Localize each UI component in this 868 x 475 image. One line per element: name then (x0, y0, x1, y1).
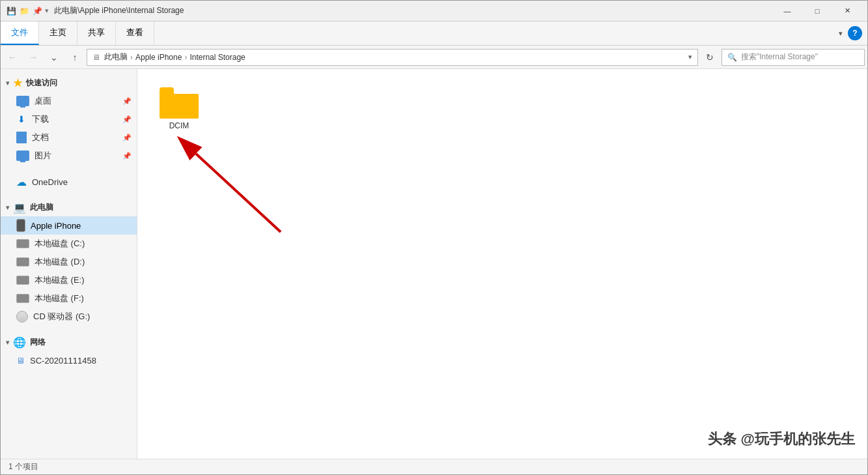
drive-c-label: 本地磁盘 (C:) (35, 238, 85, 250)
sidebar-item-apple-iphone[interactable]: Apple iPhone (1, 216, 137, 235)
network-section: ▾ 🌐 网络 🖥 SC-20201111458 (1, 328, 137, 372)
sidebar-item-onedrive[interactable]: ☁ OneDrive (1, 173, 137, 191)
sidebar-item-drive-c[interactable]: 本地磁盘 (C:) (1, 235, 137, 253)
item-count: 1 个项目 (8, 461, 38, 472)
content-area: DCIM (137, 69, 867, 459)
documents-icon (16, 132, 27, 143)
pin-icon-desktop: 📌 (122, 97, 132, 106)
drive-f-icon (16, 294, 29, 303)
help-button[interactable]: ? (848, 26, 862, 40)
sidebar-item-sc[interactable]: 🖥 SC-20201111458 (1, 351, 137, 369)
search-placeholder: 搜索"Internal Storage" (741, 51, 818, 63)
svg-line-1 (196, 154, 281, 232)
documents-label: 文档 (32, 132, 49, 143)
sidebar-item-cd-g[interactable]: CD 驱动器 (G:) (1, 308, 137, 326)
apple-iphone-label: Apple iPhone (31, 221, 81, 231)
this-computer-section: ▾ 💻 此电脑 Apple iPhone 本地磁盘 (C:) 本地磁盘 (D:) (1, 194, 137, 328)
address-bar[interactable]: 🖥 此电脑 › Apple iPhone › Internal Storage … (87, 49, 698, 66)
dcim-folder-icon (160, 87, 199, 119)
pin-icon-documents: 📌 (122, 134, 132, 142)
refresh-button[interactable]: ↻ (701, 48, 719, 66)
ribbon: 文件 主页 共享 查看 ▾ ? (1, 22, 867, 46)
sidebar-item-drive-f[interactable]: 本地磁盘 (F:) (1, 289, 137, 308)
ribbon-tab-share[interactable]: 共享 (77, 22, 116, 45)
search-box[interactable]: 🔍 搜索"Internal Storage" (721, 49, 865, 66)
sidebar-item-pictures[interactable]: 图片 📌 (1, 147, 137, 165)
network-icon-sidebar: 🌐 (13, 336, 26, 349)
cd-g-label: CD 驱动器 (G:) (33, 311, 90, 323)
pictures-label: 图片 (35, 150, 51, 162)
sidebar-item-drive-d[interactable]: 本地磁盘 (D:) (1, 253, 137, 271)
main-area: ▾ ★ 快速访问 桌面 📌 ⬇ 下载 📌 文档 📌 (1, 69, 867, 459)
ribbon-tab-view[interactable]: 查看 (116, 22, 154, 45)
sc-label: SC-20201111458 (30, 356, 96, 366)
breadcrumb-this-computer[interactable]: 此电脑 (104, 51, 128, 63)
save-icon: 💾 (6, 6, 16, 16)
dcim-folder-item[interactable]: DCIM (153, 82, 205, 136)
ribbon-collapse[interactable]: ▾ (839, 29, 843, 38)
back-button[interactable]: ← (3, 48, 21, 66)
sidebar: ▾ ★ 快速访问 桌面 📌 ⬇ 下载 📌 文档 📌 (1, 69, 137, 459)
desktop-folder-icon (16, 96, 29, 106)
drive-d-label: 本地磁盘 (D:) (35, 256, 85, 268)
drive-f-label: 本地磁盘 (F:) (35, 293, 84, 304)
desktop-label: 桌面 (35, 95, 51, 107)
network-arrow: ▾ (6, 339, 9, 346)
title-bar: 💾 📁 📌 ▾ 此电脑\Apple iPhone\Internal Storag… (1, 1, 867, 22)
quick-access-section: ▾ ★ 快速访问 桌面 📌 ⬇ 下载 📌 文档 📌 (1, 69, 137, 167)
pin-icon-downloads: 📌 (122, 115, 132, 124)
sidebar-item-documents[interactable]: 文档 📌 (1, 128, 137, 147)
drive-c-icon (16, 239, 29, 248)
star-icon: ★ (13, 77, 22, 89)
annotation-arrow (176, 134, 294, 238)
sidebar-item-downloads[interactable]: ⬇ 下载 📌 (1, 110, 137, 128)
sc-icon: 🖥 (16, 356, 25, 366)
iphone-icon (16, 219, 25, 232)
address-dropdown[interactable]: ▾ (688, 53, 692, 61)
this-computer-arrow: ▾ (6, 204, 9, 211)
computer-icon: 🖥 (92, 53, 100, 62)
folder-icon-tb: 📁 (19, 6, 29, 16)
onedrive-label: OneDrive (32, 177, 68, 187)
pin-icon-pictures: 📌 (122, 152, 132, 160)
pictures-icon (16, 151, 29, 161)
forward-button[interactable]: → (24, 48, 42, 66)
quick-access-header: ▾ ★ 快速访问 (1, 74, 137, 92)
quick-access-arrow: ▾ (6, 79, 9, 87)
cd-g-icon (16, 311, 28, 323)
minimize-button[interactable]: — (772, 1, 802, 22)
download-icon: ⬇ (16, 114, 27, 124)
this-computer-label: 此电脑 (30, 202, 53, 213)
title-bar-icons: 💾 📁 📌 ▾ (6, 6, 49, 16)
maximize-button[interactable]: □ (802, 1, 832, 22)
nav-bar: ← → ⌄ ↑ 🖥 此电脑 › Apple iPhone › Internal … (1, 46, 867, 69)
sidebar-item-desktop[interactable]: 桌面 📌 (1, 92, 137, 110)
dcim-label: DCIM (169, 121, 189, 130)
pc-icon: 💻 (13, 201, 26, 214)
ribbon-tab-home[interactable]: 主页 (39, 22, 77, 45)
downloads-label: 下载 (32, 113, 49, 125)
network-label: 网络 (30, 337, 46, 348)
sidebar-item-drive-e[interactable]: 本地磁盘 (E:) (1, 271, 137, 289)
pin-icon-tb: 📌 (32, 6, 42, 16)
status-bar: 1 个项目 (1, 459, 867, 474)
drive-e-label: 本地磁盘 (E:) (35, 274, 85, 286)
up-history-button[interactable]: ⌄ (45, 48, 63, 66)
window-controls: — □ ✕ (772, 1, 862, 22)
network-header: ▾ 🌐 网络 (1, 334, 137, 351)
onedrive-section: ☁ OneDrive (1, 167, 137, 194)
title-bar-dropdown[interactable]: ▾ (45, 7, 49, 15)
onedrive-icon: ☁ (16, 176, 27, 188)
search-icon: 🔍 (727, 53, 737, 62)
this-computer-header: ▾ 💻 此电脑 (1, 199, 137, 216)
ribbon-tab-file[interactable]: 文件 (1, 22, 39, 45)
quick-access-label: 快速访问 (26, 78, 57, 89)
title-bar-path: 此电脑\Apple iPhone\Internal Storage (54, 5, 772, 16)
drive-d-icon (16, 257, 29, 266)
drive-e-icon (16, 276, 29, 285)
close-button[interactable]: ✕ (832, 1, 862, 22)
up-button[interactable]: ↑ (66, 48, 84, 66)
breadcrumb-apple-iphone[interactable]: Apple iPhone (135, 53, 182, 62)
explorer-window: 💾 📁 📌 ▾ 此电脑\Apple iPhone\Internal Storag… (0, 0, 868, 475)
breadcrumb-internal-storage[interactable]: Internal Storage (189, 53, 245, 62)
